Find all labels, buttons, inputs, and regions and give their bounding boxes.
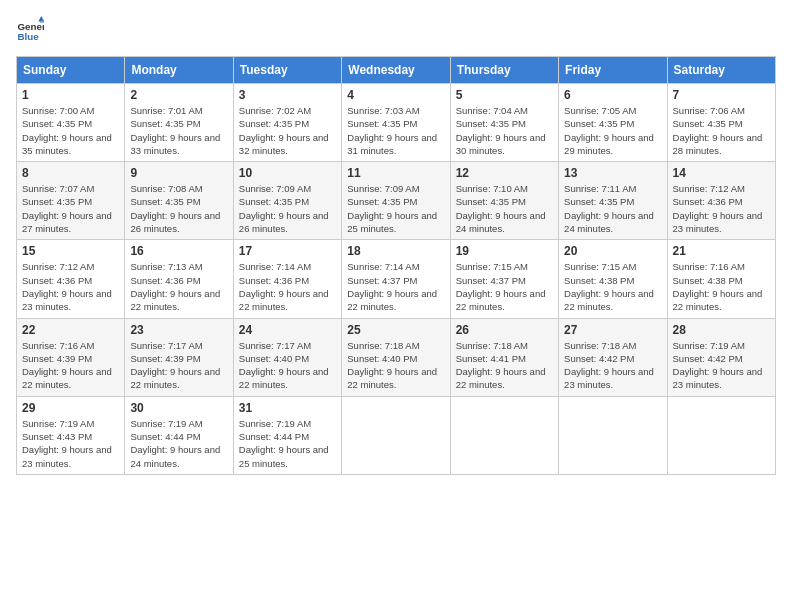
day-detail: Sunrise: 7:09 AM Sunset: 4:35 PM Dayligh…: [347, 182, 444, 235]
day-detail: Sunrise: 7:18 AM Sunset: 4:42 PM Dayligh…: [564, 339, 661, 392]
day-detail: Sunrise: 7:18 AM Sunset: 4:41 PM Dayligh…: [456, 339, 553, 392]
day-number: 24: [239, 323, 336, 337]
day-detail: Sunrise: 7:08 AM Sunset: 4:35 PM Dayligh…: [130, 182, 227, 235]
calendar-day-cell: [667, 396, 775, 474]
day-detail: Sunrise: 7:15 AM Sunset: 4:38 PM Dayligh…: [564, 260, 661, 313]
day-detail: Sunrise: 7:03 AM Sunset: 4:35 PM Dayligh…: [347, 104, 444, 157]
day-detail: Sunrise: 7:06 AM Sunset: 4:35 PM Dayligh…: [673, 104, 770, 157]
day-number: 26: [456, 323, 553, 337]
day-number: 29: [22, 401, 119, 415]
day-detail: Sunrise: 7:19 AM Sunset: 4:42 PM Dayligh…: [673, 339, 770, 392]
day-detail: Sunrise: 7:17 AM Sunset: 4:39 PM Dayligh…: [130, 339, 227, 392]
day-number: 6: [564, 88, 661, 102]
calendar-day-cell: 6 Sunrise: 7:05 AM Sunset: 4:35 PM Dayli…: [559, 84, 667, 162]
day-number: 28: [673, 323, 770, 337]
calendar-week-row: 8 Sunrise: 7:07 AM Sunset: 4:35 PM Dayli…: [17, 162, 776, 240]
calendar-day-cell: 13 Sunrise: 7:11 AM Sunset: 4:35 PM Dayl…: [559, 162, 667, 240]
day-detail: Sunrise: 7:02 AM Sunset: 4:35 PM Dayligh…: [239, 104, 336, 157]
calendar-day-cell: 20 Sunrise: 7:15 AM Sunset: 4:38 PM Dayl…: [559, 240, 667, 318]
calendar-day-cell: 16 Sunrise: 7:13 AM Sunset: 4:36 PM Dayl…: [125, 240, 233, 318]
day-detail: Sunrise: 7:13 AM Sunset: 4:36 PM Dayligh…: [130, 260, 227, 313]
day-number: 2: [130, 88, 227, 102]
calendar-day-cell: 12 Sunrise: 7:10 AM Sunset: 4:35 PM Dayl…: [450, 162, 558, 240]
calendar-day-cell: [559, 396, 667, 474]
day-number: 7: [673, 88, 770, 102]
calendar-week-row: 22 Sunrise: 7:16 AM Sunset: 4:39 PM Dayl…: [17, 318, 776, 396]
calendar-day-cell: [450, 396, 558, 474]
calendar-day-cell: 27 Sunrise: 7:18 AM Sunset: 4:42 PM Dayl…: [559, 318, 667, 396]
calendar-day-cell: 14 Sunrise: 7:12 AM Sunset: 4:36 PM Dayl…: [667, 162, 775, 240]
calendar-day-cell: 8 Sunrise: 7:07 AM Sunset: 4:35 PM Dayli…: [17, 162, 125, 240]
calendar-day-cell: 21 Sunrise: 7:16 AM Sunset: 4:38 PM Dayl…: [667, 240, 775, 318]
day-detail: Sunrise: 7:04 AM Sunset: 4:35 PM Dayligh…: [456, 104, 553, 157]
day-detail: Sunrise: 7:16 AM Sunset: 4:39 PM Dayligh…: [22, 339, 119, 392]
calendar-day-cell: 17 Sunrise: 7:14 AM Sunset: 4:36 PM Dayl…: [233, 240, 341, 318]
weekday-header: Wednesday: [342, 57, 450, 84]
day-number: 25: [347, 323, 444, 337]
calendar-day-cell: 29 Sunrise: 7:19 AM Sunset: 4:43 PM Dayl…: [17, 396, 125, 474]
day-number: 4: [347, 88, 444, 102]
calendar-day-cell: 1 Sunrise: 7:00 AM Sunset: 4:35 PM Dayli…: [17, 84, 125, 162]
day-number: 19: [456, 244, 553, 258]
calendar-day-cell: 7 Sunrise: 7:06 AM Sunset: 4:35 PM Dayli…: [667, 84, 775, 162]
calendar-day-cell: 10 Sunrise: 7:09 AM Sunset: 4:35 PM Dayl…: [233, 162, 341, 240]
day-detail: Sunrise: 7:07 AM Sunset: 4:35 PM Dayligh…: [22, 182, 119, 235]
weekday-header: Monday: [125, 57, 233, 84]
day-number: 27: [564, 323, 661, 337]
calendar-day-cell: 18 Sunrise: 7:14 AM Sunset: 4:37 PM Dayl…: [342, 240, 450, 318]
logo-icon: General Blue: [16, 16, 44, 44]
calendar-day-cell: 23 Sunrise: 7:17 AM Sunset: 4:39 PM Dayl…: [125, 318, 233, 396]
day-detail: Sunrise: 7:10 AM Sunset: 4:35 PM Dayligh…: [456, 182, 553, 235]
calendar-table: SundayMondayTuesdayWednesdayThursdayFrid…: [16, 56, 776, 475]
day-number: 21: [673, 244, 770, 258]
day-detail: Sunrise: 7:15 AM Sunset: 4:37 PM Dayligh…: [456, 260, 553, 313]
svg-text:Blue: Blue: [17, 31, 39, 42]
day-number: 23: [130, 323, 227, 337]
day-number: 30: [130, 401, 227, 415]
day-detail: Sunrise: 7:00 AM Sunset: 4:35 PM Dayligh…: [22, 104, 119, 157]
weekday-header: Saturday: [667, 57, 775, 84]
day-number: 17: [239, 244, 336, 258]
day-detail: Sunrise: 7:17 AM Sunset: 4:40 PM Dayligh…: [239, 339, 336, 392]
calendar-day-cell: 4 Sunrise: 7:03 AM Sunset: 4:35 PM Dayli…: [342, 84, 450, 162]
day-number: 8: [22, 166, 119, 180]
day-number: 16: [130, 244, 227, 258]
day-detail: Sunrise: 7:19 AM Sunset: 4:43 PM Dayligh…: [22, 417, 119, 470]
day-detail: Sunrise: 7:19 AM Sunset: 4:44 PM Dayligh…: [239, 417, 336, 470]
calendar-week-row: 15 Sunrise: 7:12 AM Sunset: 4:36 PM Dayl…: [17, 240, 776, 318]
day-number: 12: [456, 166, 553, 180]
day-number: 9: [130, 166, 227, 180]
weekday-header: Sunday: [17, 57, 125, 84]
day-detail: Sunrise: 7:12 AM Sunset: 4:36 PM Dayligh…: [22, 260, 119, 313]
calendar-day-cell: 26 Sunrise: 7:18 AM Sunset: 4:41 PM Dayl…: [450, 318, 558, 396]
day-detail: Sunrise: 7:01 AM Sunset: 4:35 PM Dayligh…: [130, 104, 227, 157]
day-number: 15: [22, 244, 119, 258]
weekday-header: Thursday: [450, 57, 558, 84]
calendar-day-cell: 31 Sunrise: 7:19 AM Sunset: 4:44 PM Dayl…: [233, 396, 341, 474]
calendar-day-cell: 24 Sunrise: 7:17 AM Sunset: 4:40 PM Dayl…: [233, 318, 341, 396]
calendar-day-cell: [342, 396, 450, 474]
calendar-day-cell: 9 Sunrise: 7:08 AM Sunset: 4:35 PM Dayli…: [125, 162, 233, 240]
day-number: 13: [564, 166, 661, 180]
calendar-day-cell: 22 Sunrise: 7:16 AM Sunset: 4:39 PM Dayl…: [17, 318, 125, 396]
day-detail: Sunrise: 7:18 AM Sunset: 4:40 PM Dayligh…: [347, 339, 444, 392]
day-number: 10: [239, 166, 336, 180]
weekday-header: Tuesday: [233, 57, 341, 84]
day-number: 31: [239, 401, 336, 415]
calendar-week-row: 29 Sunrise: 7:19 AM Sunset: 4:43 PM Dayl…: [17, 396, 776, 474]
day-detail: Sunrise: 7:19 AM Sunset: 4:44 PM Dayligh…: [130, 417, 227, 470]
day-detail: Sunrise: 7:14 AM Sunset: 4:36 PM Dayligh…: [239, 260, 336, 313]
calendar-day-cell: 3 Sunrise: 7:02 AM Sunset: 4:35 PM Dayli…: [233, 84, 341, 162]
day-number: 14: [673, 166, 770, 180]
calendar-day-cell: 11 Sunrise: 7:09 AM Sunset: 4:35 PM Dayl…: [342, 162, 450, 240]
day-detail: Sunrise: 7:11 AM Sunset: 4:35 PM Dayligh…: [564, 182, 661, 235]
calendar-day-cell: 25 Sunrise: 7:18 AM Sunset: 4:40 PM Dayl…: [342, 318, 450, 396]
calendar-day-cell: 19 Sunrise: 7:15 AM Sunset: 4:37 PM Dayl…: [450, 240, 558, 318]
page-header: General Blue: [16, 16, 776, 44]
day-detail: Sunrise: 7:16 AM Sunset: 4:38 PM Dayligh…: [673, 260, 770, 313]
calendar-week-row: 1 Sunrise: 7:00 AM Sunset: 4:35 PM Dayli…: [17, 84, 776, 162]
day-number: 11: [347, 166, 444, 180]
calendar-day-cell: 15 Sunrise: 7:12 AM Sunset: 4:36 PM Dayl…: [17, 240, 125, 318]
calendar-day-cell: 5 Sunrise: 7:04 AM Sunset: 4:35 PM Dayli…: [450, 84, 558, 162]
day-detail: Sunrise: 7:05 AM Sunset: 4:35 PM Dayligh…: [564, 104, 661, 157]
